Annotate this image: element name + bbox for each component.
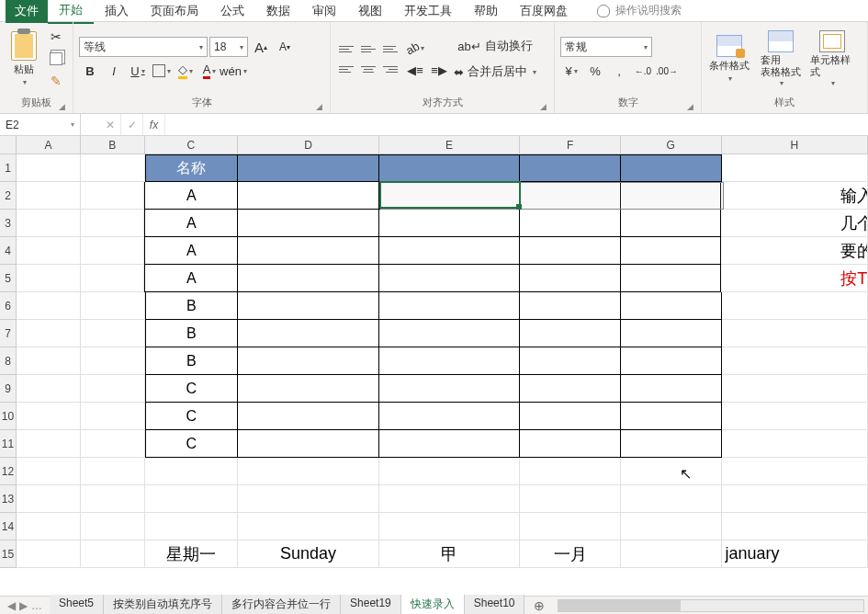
row-header-12[interactable]: 12 (0, 458, 16, 485)
cell-E11[interactable] (379, 430, 521, 458)
row-header-11[interactable]: 11 (0, 430, 16, 458)
fill-color-button[interactable]: ◇ (175, 61, 197, 81)
cell-E13[interactable] (379, 485, 521, 513)
cell-B1[interactable] (81, 154, 145, 182)
row-header-14[interactable]: 14 (0, 513, 16, 540)
row-header-10[interactable]: 10 (0, 403, 16, 430)
column-header-E[interactable]: E (379, 136, 521, 154)
alignment-launcher[interactable]: ◢ (540, 102, 547, 111)
select-all-corner[interactable] (0, 136, 17, 154)
cell-C9[interactable]: C (145, 375, 239, 403)
merge-center-button[interactable]: ⬌合并后居中 (454, 62, 536, 82)
name-box[interactable]: E2▾ (0, 114, 81, 135)
cell-F12[interactable] (520, 458, 621, 485)
percent-button[interactable]: % (584, 61, 606, 81)
cell-G13[interactable] (621, 485, 722, 513)
cells-container[interactable]: 名称A输入A几个A要的A按TBBBCCC星期一Sunday甲一月january (17, 154, 868, 596)
cell-A12[interactable] (17, 458, 81, 485)
cell-G12[interactable] (621, 458, 722, 485)
cell-D15[interactable]: Sunday (238, 540, 379, 568)
accounting-button[interactable]: ¥ (560, 61, 582, 81)
cell-B15[interactable] (81, 540, 145, 568)
tab-home[interactable]: 开始 (48, 0, 94, 24)
tab-data[interactable]: 数据 (255, 0, 301, 23)
cell-C15[interactable]: 星期一 (145, 540, 239, 568)
cell-D7[interactable] (238, 320, 379, 347)
cell-E15[interactable]: 甲 (379, 540, 521, 568)
cell-D11[interactable] (238, 430, 379, 458)
underline-button[interactable]: U (127, 61, 149, 81)
cell-F10[interactable] (520, 403, 621, 430)
cell-B2[interactable] (81, 182, 145, 210)
row-header-15[interactable]: 15 (0, 540, 16, 568)
shrink-font-button[interactable]: A▾ (274, 37, 296, 57)
tab-formulas[interactable]: 公式 (209, 0, 255, 23)
cell-H12[interactable] (722, 458, 868, 485)
border-button[interactable] (151, 61, 173, 81)
cell-G2[interactable] (621, 182, 722, 210)
cell-E6[interactable] (379, 292, 521, 320)
italic-button[interactable]: I (103, 61, 125, 81)
cell-G6[interactable] (621, 292, 722, 320)
row-header-2[interactable]: 2 (0, 182, 16, 210)
cell-H6[interactable] (722, 292, 868, 320)
font-color-button[interactable]: A (198, 61, 220, 81)
column-header-B[interactable]: B (81, 136, 145, 154)
grow-font-button[interactable]: A▴ (250, 37, 272, 57)
sheet-more-button[interactable]: … (31, 599, 42, 612)
cell-C7[interactable]: B (145, 320, 239, 347)
new-sheet-button[interactable]: ⊕ (524, 598, 554, 613)
cell-H8[interactable] (722, 347, 868, 375)
number-format-select[interactable]: 常规 (560, 37, 652, 57)
align-right-button[interactable] (380, 60, 400, 78)
cell-F7[interactable] (520, 320, 621, 347)
cell-B4[interactable] (81, 237, 145, 265)
row-header-7[interactable]: 7 (0, 320, 16, 347)
tab-file[interactable]: 文件 (6, 0, 48, 23)
cell-H1[interactable] (722, 154, 868, 182)
indent-inc-button[interactable]: ≡▶ (428, 60, 450, 80)
cell-B8[interactable] (81, 347, 145, 375)
cell-A10[interactable] (17, 403, 81, 430)
cell-E10[interactable] (379, 403, 521, 430)
cell-A9[interactable] (17, 375, 81, 403)
cell-C6[interactable]: B (145, 292, 239, 320)
cell-C14[interactable] (145, 513, 239, 540)
row-header-9[interactable]: 9 (0, 375, 16, 403)
bold-button[interactable]: B (79, 61, 101, 81)
sheet-tab-Sheet5[interactable]: Sheet5 (50, 595, 104, 614)
cell-G5[interactable] (621, 265, 722, 292)
cell-B3[interactable] (81, 210, 145, 237)
cell-styles-button[interactable]: 单元格样式 (810, 30, 854, 86)
cell-F14[interactable] (520, 513, 621, 540)
cell-G11[interactable] (621, 430, 722, 458)
cell-B12[interactable] (81, 458, 145, 485)
insert-function-button[interactable]: fx (143, 114, 165, 135)
cell-B14[interactable] (81, 513, 145, 540)
sheet-tab-按类别自动填充序号[interactable]: 按类别自动填充序号 (104, 595, 222, 614)
tab-dev[interactable]: 开发工具 (393, 0, 463, 23)
cell-C13[interactable] (145, 485, 239, 513)
cell-A4[interactable] (17, 237, 81, 265)
cell-A8[interactable] (17, 347, 81, 375)
column-header-H[interactable]: H (722, 136, 868, 154)
row-header-4[interactable]: 4 (0, 237, 16, 265)
cell-E8[interactable] (379, 347, 521, 375)
scrollbar-thumb[interactable] (558, 600, 681, 611)
cell-H14[interactable] (722, 513, 868, 540)
tab-layout[interactable]: 页面布局 (140, 0, 209, 23)
comma-button[interactable]: , (608, 61, 630, 81)
tab-baidu[interactable]: 百度网盘 (509, 0, 579, 23)
cell-D3[interactable] (238, 210, 378, 237)
cell-B13[interactable] (81, 485, 145, 513)
align-middle-button[interactable] (358, 40, 378, 58)
cell-H13[interactable] (722, 485, 868, 513)
orientation-button[interactable]: ab (404, 38, 426, 58)
align-bottom-button[interactable] (380, 40, 400, 58)
align-top-button[interactable] (336, 40, 356, 58)
sheet-tab-多行内容合并位一行[interactable]: 多行内容合并位一行 (222, 595, 341, 614)
phonetic-button[interactable]: wén (222, 61, 244, 81)
paste-button[interactable]: 粘贴 (6, 29, 41, 88)
cell-D8[interactable] (238, 347, 379, 375)
cell-F6[interactable] (520, 292, 621, 320)
